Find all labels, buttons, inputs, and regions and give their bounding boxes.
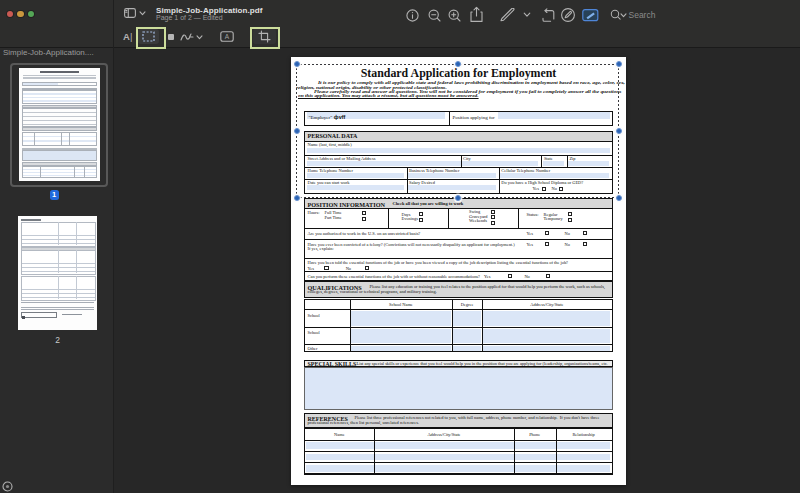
svg-text:A: A [225, 33, 230, 40]
